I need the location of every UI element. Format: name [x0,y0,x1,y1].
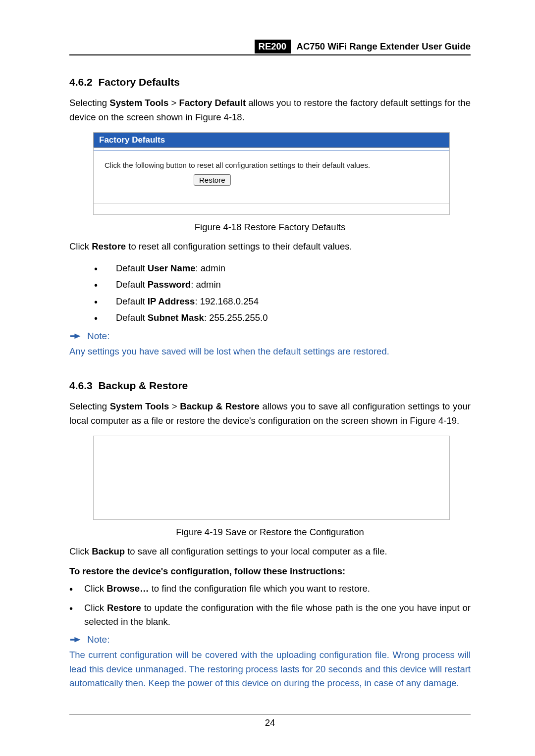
factory-defaults-panel-body: Click the following button to reset all … [94,151,449,203]
note-header: Note: [69,331,471,342]
figure-4-19-caption: Figure 4-19 Save or Restore the Configur… [69,527,471,538]
list-item: Click Restore to update the configuratio… [69,601,471,629]
figure-4-18-panel: Factory Defaults Click the following but… [93,132,450,215]
list-item: Default User Name: admin [94,260,471,276]
list-item: Default Password: admin [94,276,471,293]
pointing-hand-icon [69,332,82,341]
section-heading: Factory Defaults [98,76,180,88]
pointing-hand-icon [69,635,82,644]
section-4-6-3-title: 4.6.3 Backup & Restore [69,380,471,392]
page-content: RE200 AC750 WiFi Range Extender User Gui… [0,0,535,720]
restore-button[interactable]: Restore [194,174,231,186]
note-1-text: Any settings you have saved will be lost… [69,345,471,359]
section-4-6-3-para: Selecting System Tools > Backup & Restor… [69,400,471,428]
page-number: 24 [265,717,275,728]
note-2-text: The current configuration will be covere… [69,648,471,691]
figure-4-18-caption: Figure 4-18 Restore Factory Defaults [69,222,471,233]
note-label: Note: [87,634,109,645]
page-footer: 24 [69,714,471,728]
section-number: 4.6.3 [69,380,93,391]
click-restore-text: Click Restore to reset all configuration… [69,240,471,254]
note-label: Note: [87,331,109,342]
header-guide-title: AC750 WiFi Range Extender User Guide [297,41,471,51]
restore-steps-list: Click Browse… to find the configuration … [69,582,471,629]
list-item: Click Browse… to find the configuration … [69,582,471,596]
defaults-list: Default User Name: admin Default Passwor… [94,260,471,326]
section-heading: Backup & Restore [98,380,188,391]
page-header: RE200 AC750 WiFi Range Extender User Gui… [69,40,471,55]
click-backup-text: Click Backup to save all configuration s… [69,545,471,559]
factory-defaults-instruction: Click the following button to reset all … [105,161,438,169]
section-number: 4.6.2 [69,76,93,88]
list-item: Default IP Address: 192.168.0.254 [94,293,471,309]
model-badge: RE200 [255,40,291,53]
factory-defaults-panel-title: Factory Defaults [94,133,449,148]
section-4-6-2-title: 4.6.2 Factory Defaults [69,76,471,88]
list-item: Default Subnet Mask: 255.255.255.0 [94,309,471,326]
panel-separator [94,203,449,214]
restore-instructions-heading: To restore the device's configuration, f… [69,566,471,577]
section-4-6-2-para: Selecting System Tools > Factory Default… [69,96,471,124]
figure-4-19-panel [93,436,450,520]
note-header: Note: [69,634,471,645]
header-title: RE200 AC750 WiFi Range Extender User Gui… [255,40,471,53]
